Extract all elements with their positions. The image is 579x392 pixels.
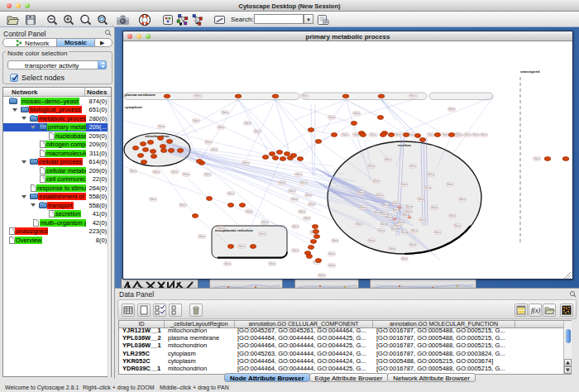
svg-text:Gxx:a: Gxx:a — [435, 231, 441, 234]
svg-text:Gxx:a: Gxx:a — [218, 227, 224, 230]
svg-text:Gxx:a: Gxx:a — [481, 133, 487, 136]
svg-text:Gxx:a: Gxx:a — [376, 211, 381, 214]
svg-text:Gxx:a: Gxx:a — [359, 191, 365, 194]
svg-text:Gxx:a: Gxx:a — [428, 173, 434, 176]
svg-text:Gxx:a: Gxx:a — [212, 148, 218, 151]
svg-text:Gxx:a: Gxx:a — [534, 157, 540, 160]
svg-text:Gxx:a: Gxx:a — [369, 239, 375, 242]
svg-text:nucleus: nucleus — [398, 143, 411, 147]
svg-text:mitochondrion: mitochondrion — [145, 134, 170, 138]
svg-text:Gxx:a: Gxx:a — [377, 194, 383, 197]
svg-text:Gxx:a: Gxx:a — [412, 229, 418, 232]
svg-text:Gxx:a: Gxx:a — [225, 262, 231, 265]
svg-text:Gxx:a: Gxx:a — [419, 198, 424, 201]
svg-text:Gxx:a: Gxx:a — [301, 181, 307, 184]
svg-text:Gxx:a: Gxx:a — [390, 247, 395, 251]
svg-text:Gxx:a: Gxx:a — [293, 225, 299, 228]
svg-text:Gxx:a: Gxx:a — [329, 116, 335, 119]
svg-text:Gxx:a: Gxx:a — [410, 243, 416, 246]
svg-text:Gxx:a: Gxx:a — [172, 170, 178, 174]
svg-text:Gxx:a: Gxx:a — [329, 264, 335, 267]
svg-text:Gxx:a: Gxx:a — [296, 173, 302, 176]
svg-text:Gxx:a: Gxx:a — [151, 198, 156, 201]
svg-text:Gxx:a: Gxx:a — [392, 227, 398, 231]
svg-text:Gxx:a: Gxx:a — [374, 179, 380, 183]
svg-text:Gxx:a: Gxx:a — [223, 111, 228, 114]
svg-text:Gxx:a: Gxx:a — [425, 186, 431, 189]
svg-text:Gxx:a: Gxx:a — [447, 183, 453, 186]
svg-text:Gxx:a: Gxx:a — [293, 249, 299, 252]
svg-text:Gxx:a: Gxx:a — [449, 108, 455, 111]
svg-text:Gxx:a: Gxx:a — [239, 245, 245, 248]
svg-text:Gxx:a: Gxx:a — [402, 257, 408, 261]
svg-text:Gxx:a: Gxx:a — [460, 198, 466, 201]
svg-text:Gxx:a: Gxx:a — [410, 94, 416, 98]
svg-text:Gxx:a: Gxx:a — [394, 208, 400, 212]
svg-text:Gxx:a: Gxx:a — [395, 133, 401, 136]
svg-text:Gxx:a: Gxx:a — [406, 210, 412, 213]
svg-text:Gxx:a: Gxx:a — [255, 130, 261, 133]
svg-text:Gxx:a: Gxx:a — [184, 173, 189, 176]
svg-text:Gxx:a: Gxx:a — [154, 170, 160, 174]
svg-text:Gxx:a: Gxx:a — [402, 231, 408, 234]
svg-text:Gxx:a: Gxx:a — [455, 224, 461, 227]
svg-text:Gxx:a: Gxx:a — [228, 192, 234, 195]
svg-text:Gxx:a: Gxx:a — [262, 221, 268, 224]
svg-text:Gxx:a: Gxx:a — [270, 262, 275, 265]
svg-text:Gxx:a: Gxx:a — [195, 94, 201, 98]
svg-text:Gxx:a: Gxx:a — [299, 210, 305, 213]
svg-text:Gxx:a: Gxx:a — [473, 133, 479, 136]
svg-text:Gxx:a: Gxx:a — [404, 213, 409, 217]
svg-text:cytoplasm: cytoplasm — [125, 105, 142, 109]
svg-text:Gxx:a: Gxx:a — [410, 165, 416, 168]
svg-text:Gxx:a: Gxx:a — [399, 221, 404, 224]
svg-text:Gxx:a: Gxx:a — [319, 274, 325, 277]
svg-text:Gxx:a: Gxx:a — [384, 203, 390, 207]
svg-text:Gxx:a: Gxx:a — [450, 214, 456, 218]
svg-text:Gxx:a: Gxx:a — [443, 133, 449, 136]
svg-text:Gxx:a: Gxx:a — [180, 203, 186, 207]
svg-text:f(x): f(x) — [531, 307, 540, 314]
svg-text:Gxx:a: Gxx:a — [407, 205, 413, 208]
svg-text:Gxx:a: Gxx:a — [379, 229, 385, 232]
svg-text:Gxx:a: Gxx:a — [356, 222, 362, 226]
svg-text:Gxx:a: Gxx:a — [218, 126, 224, 129]
svg-text:plasma membrane: plasma membrane — [125, 93, 156, 97]
svg-text:Gxx:a: Gxx:a — [302, 94, 308, 98]
svg-text:Gxx:a: Gxx:a — [306, 194, 312, 197]
svg-text:Gxx:a: Gxx:a — [290, 189, 295, 193]
svg-text:Gxx:a: Gxx:a — [402, 183, 408, 186]
svg-text:Gxx:a: Gxx:a — [260, 232, 266, 236]
svg-text:Gxx:a: Gxx:a — [420, 218, 426, 222]
svg-text:Gxx:a: Gxx:a — [280, 181, 285, 184]
svg-text:Gxx:a: Gxx:a — [385, 158, 391, 161]
svg-text:unassigned: unassigned — [520, 69, 540, 74]
svg-text:Gxx:a: Gxx:a — [292, 198, 298, 201]
svg-text:Gxx:a: Gxx:a — [194, 119, 199, 122]
svg-text:Gxx:a: Gxx:a — [329, 252, 335, 256]
svg-text:Gxx:a: Gxx:a — [159, 125, 165, 128]
svg-text:Gxx:a: Gxx:a — [465, 133, 471, 136]
svg-text:Gxx:a: Gxx:a — [361, 206, 366, 209]
svg-text:Gxx:a: Gxx:a — [131, 170, 136, 173]
svg-text:Gxx:a: Gxx:a — [381, 222, 387, 226]
svg-text:Gxx:a: Gxx:a — [309, 203, 315, 206]
svg-text:Gxx:a: Gxx:a — [342, 133, 348, 136]
svg-text:Gxx:a: Gxx:a — [371, 133, 376, 136]
svg-text:Gxx:a: Gxx:a — [354, 112, 360, 115]
svg-text:Gxx:a: Gxx:a — [428, 133, 434, 136]
svg-text:Gxx:a: Gxx:a — [245, 122, 251, 125]
svg-text:Gxx:a: Gxx:a — [206, 141, 212, 144]
svg-text:Gxx:a: Gxx:a — [333, 239, 338, 242]
svg-text:Gxx:a: Gxx:a — [304, 217, 310, 220]
svg-text:Gxx:a: Gxx:a — [432, 206, 438, 209]
svg-text:Gxx:a: Gxx:a — [387, 216, 393, 219]
svg-text:Gxx:a: Gxx:a — [395, 224, 401, 227]
svg-text:Gxx:a: Gxx:a — [394, 202, 400, 205]
svg-text:Gxx:a: Gxx:a — [369, 165, 375, 168]
svg-text:Gxx:a: Gxx:a — [199, 235, 205, 238]
svg-text:Gxx:a: Gxx:a — [243, 161, 249, 165]
svg-text:Gxx:a: Gxx:a — [246, 210, 252, 213]
svg-text:Gxx:a: Gxx:a — [382, 213, 388, 216]
svg-text:Gxx:a: Gxx:a — [205, 173, 211, 176]
